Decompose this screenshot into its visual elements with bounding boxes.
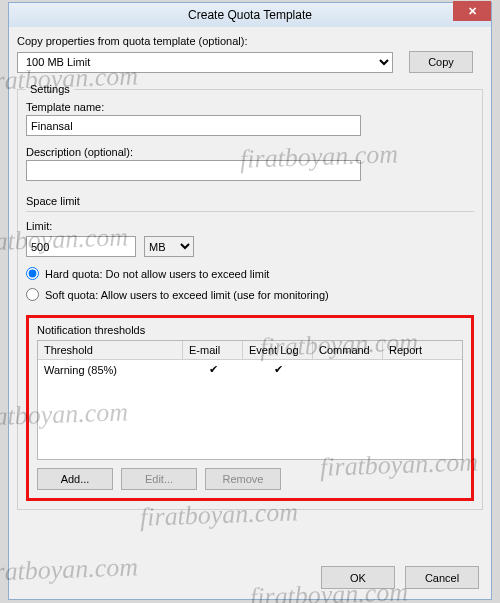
copy-button[interactable]: Copy [409,51,473,73]
settings-group: Settings Template name: Description (opt… [17,83,483,510]
settings-legend: Settings [26,83,74,95]
threshold-buttons: Add... Edit... Remove [37,468,463,490]
hard-quota-label: Hard quota: Do not allow users to exceed… [45,268,269,280]
add-button[interactable]: Add... [37,468,113,490]
dialog-body: Copy properties from quota template (opt… [9,27,491,510]
hard-quota-radio[interactable]: Hard quota: Do not allow users to exceed… [26,267,474,280]
soft-quota-radio[interactable]: Soft quota: Allow users to exceed limit … [26,288,474,301]
soft-quota-label: Soft quota: Allow users to exceed limit … [45,289,329,301]
dialog-footer: OK Cancel [321,566,479,589]
notification-thresholds-block: Notification thresholds Threshold E-mail… [26,315,474,501]
table-row[interactable]: Warning (85%) ✔ ✔ [38,360,462,379]
cell-eventlog: ✔ [243,360,313,379]
dialog-title: Create Quota Template [9,8,491,22]
cell-report [383,360,443,379]
col-email[interactable]: E-mail [183,341,243,359]
unit-select[interactable]: MB [144,236,194,257]
col-threshold[interactable]: Threshold [38,341,183,359]
template-name-input[interactable] [26,115,361,136]
copy-template-label: Copy properties from quota template (opt… [17,35,483,47]
remove-button[interactable]: Remove [205,468,281,490]
dialog-window: Create Quota Template ✕ Copy properties … [8,2,492,600]
grid-header: Threshold E-mail Event Log Command Repor… [38,341,462,360]
close-button[interactable]: ✕ [453,1,491,21]
close-icon: ✕ [468,5,477,18]
limit-input[interactable] [26,236,136,257]
hard-quota-radio-input[interactable] [26,267,39,280]
ok-button[interactable]: OK [321,566,395,589]
cell-email: ✔ [183,360,243,379]
soft-quota-radio-input[interactable] [26,288,39,301]
description-input[interactable] [26,160,361,181]
cell-command [313,360,383,379]
thresholds-grid[interactable]: Threshold E-mail Event Log Command Repor… [37,340,463,460]
template-name-label: Template name: [26,101,474,113]
space-limit-title: Space limit [26,195,474,207]
check-icon: ✔ [209,363,218,376]
space-limit-section: Space limit Limit: MB Hard quota: Do not… [26,195,474,301]
col-report[interactable]: Report [383,341,443,359]
cancel-button[interactable]: Cancel [405,566,479,589]
notification-thresholds-title: Notification thresholds [37,324,463,336]
col-command[interactable]: Command [313,341,383,359]
limit-label: Limit: [26,220,474,232]
template-select[interactable]: 100 MB Limit [17,52,393,73]
description-label: Description (optional): [26,146,474,158]
col-eventlog[interactable]: Event Log [243,341,313,359]
edit-button[interactable]: Edit... [121,468,197,490]
check-icon: ✔ [274,363,283,376]
cell-threshold: Warning (85%) [38,360,183,379]
titlebar: Create Quota Template ✕ [9,3,491,27]
